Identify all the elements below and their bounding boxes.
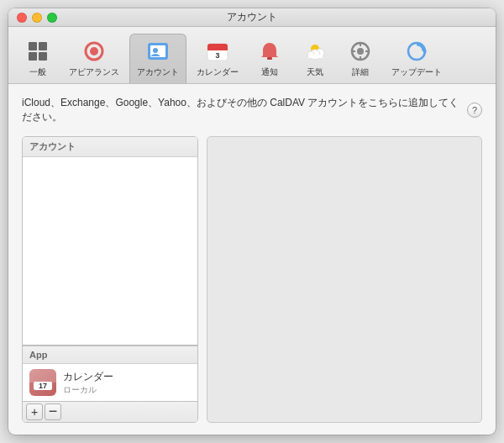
help-button[interactable]: ? [467,103,482,118]
svg-point-5 [90,47,98,55]
main-window: アカウント 一般 アピアランス [8,8,496,435]
accounts-icon [144,38,171,65]
svg-rect-1 [39,42,47,50]
toolbar-item-advanced[interactable]: 詳細 [339,34,381,83]
toolbar-item-general[interactable]: 一般 [17,34,59,83]
remove-account-button[interactable]: − [45,403,61,420]
svg-rect-11 [207,48,228,50]
list-item[interactable]: 17 カレンダー ローカル [23,364,197,401]
toolbar-item-calendar[interactable]: 3 カレンダー [190,34,245,83]
toolbar-item-weather[interactable]: 天気 [294,34,336,83]
app-info: カレンダー ローカル [63,370,113,396]
advanced-icon [347,38,374,65]
app-section-header: App [23,346,197,364]
appearance-label: アピアランス [69,66,119,78]
description-row: iCloud、Exchange、Google、Yahoo、およびその他の Cal… [22,96,482,124]
right-panel [207,136,482,423]
minimize-button[interactable] [32,13,42,23]
svg-rect-0 [29,42,37,50]
toolbar: 一般 アピアランス アカウント [8,27,496,84]
main-panels: アカウント App 17 カレンダー ローカル [22,136,482,423]
toolbar-item-notifications[interactable]: 通知 [249,34,291,83]
maximize-button[interactable] [47,13,57,23]
main-content: iCloud、Exchange、Google、Yahoo、およびその他の Cal… [8,84,496,435]
updates-icon [403,38,430,65]
svg-rect-13 [267,57,272,60]
description-text: iCloud、Exchange、Google、Yahoo、およびその他の Cal… [22,96,467,124]
toolbar-item-appearance[interactable]: アピアランス [62,34,126,83]
calendar-icon: 3 [204,38,231,65]
accounts-list [23,157,197,345]
accounts-section: アカウント [23,137,197,345]
svg-rect-2 [29,52,37,61]
general-label: 一般 [29,66,46,78]
notifications-icon [256,38,283,65]
app-name: カレンダー [63,370,113,384]
svg-rect-3 [39,52,47,61]
accounts-section-header: アカウント [23,137,197,157]
accounts-label: アカウント [137,66,179,78]
appearance-icon [81,38,108,65]
weather-label: 天気 [307,66,323,78]
close-button[interactable] [17,13,27,23]
svg-text:3: 3 [215,51,219,60]
weather-icon [302,38,328,65]
svg-point-8 [153,48,158,53]
calendar-date-number: 17 [34,382,52,390]
toolbar-item-updates[interactable]: アップデート [385,34,449,83]
svg-rect-18 [308,55,323,58]
left-panel: アカウント App 17 カレンダー ローカル [22,136,198,423]
calendar-label: カレンダー [197,66,239,78]
title-bar: アカウント [8,8,496,27]
traffic-lights [8,13,57,23]
general-icon [24,38,51,65]
add-account-button[interactable]: + [26,403,43,420]
updates-label: アップデート [391,66,442,78]
app-section: App 17 カレンダー ローカル [23,345,197,401]
window-title: アカウント [227,10,277,24]
svg-point-20 [357,48,364,55]
advanced-label: 詳細 [352,66,369,78]
notifications-label: 通知 [261,66,278,78]
app-icon: 17 [29,369,56,396]
toolbar-item-accounts[interactable]: アカウント [129,34,186,83]
app-type: ローカル [63,384,113,396]
bottom-bar: + − [23,401,197,422]
